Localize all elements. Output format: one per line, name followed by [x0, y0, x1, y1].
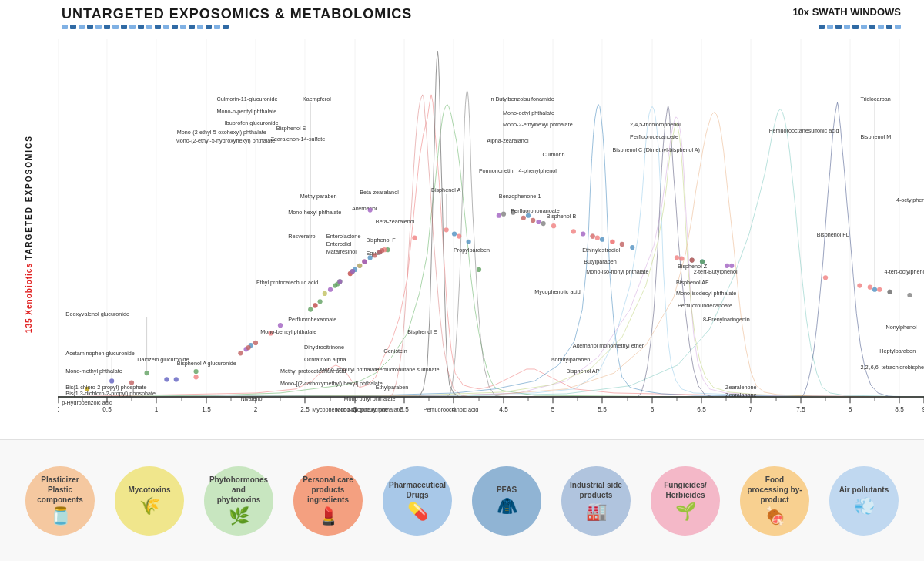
- phytohormones-icon: 🌿: [229, 506, 249, 526]
- left-labels: TARGETED EXPOSOMICS 135 Xenobiotics: [0, 29, 58, 439]
- plasticizer-icon: 🫙: [50, 506, 71, 526]
- legend-item-air: Air pollutants 💨: [824, 466, 905, 536]
- legend-item-plasticizer: PlasticizerPlastic components 🫙: [20, 466, 101, 536]
- legend-item-pharma: Pharmaceutical Drugs 💊: [377, 466, 458, 536]
- legend-circle-food: Food processing by-product 🍖: [740, 466, 809, 536]
- legend-circle-fungicides: Fungicides/ Herbicides 🌱: [651, 466, 720, 536]
- blue-dots-row: [0, 22, 924, 29]
- targeted-label: TARGETED EXPOSOMICS: [25, 135, 33, 260]
- mycotoxins-icon: 🌾: [139, 496, 160, 516]
- legend-circle-pharma: Pharmaceutical Drugs 💊: [383, 466, 452, 536]
- legend-item-industrial: Industrial side products 🏭: [556, 466, 637, 536]
- chromatogram-svg-overlay: [58, 29, 924, 439]
- food-icon: 🍖: [765, 506, 785, 526]
- pfas-icon: 🧥: [497, 496, 517, 516]
- legend-circle-industrial: Industrial side products 🏭: [561, 466, 631, 536]
- legend-circle-mycotoxins: Mycotoxins 🌾: [115, 466, 184, 536]
- swath-label: 10x SWATH WINDOWS: [792, 6, 901, 18]
- fungicides-icon: 🌱: [675, 502, 696, 522]
- main-title: UNTARGETED EXPOSOMICS & METABOLOMICS: [62, 6, 412, 22]
- legend-item-personal-care: Personal care products ingredients 💄: [288, 466, 369, 536]
- legend-item-mycotoxins: Mycotoxins 🌾: [109, 466, 190, 536]
- chromatogram-area: Acetaminophen glucuronide Mono-methyl ph…: [58, 29, 924, 439]
- legend-circle-pfas: PFAS 🧥: [472, 466, 541, 536]
- industrial-icon: 🏭: [586, 502, 607, 522]
- title-row: UNTARGETED EXPOSOMICS & METABOLOMICS 10x…: [0, 0, 924, 22]
- main-container: UNTARGETED EXPOSOMICS & METABOLOMICS 10x…: [0, 0, 924, 561]
- legend-circle-plasticizer: PlasticizerPlastic components 🫙: [25, 466, 95, 536]
- legend-circle-phytohormones: Phytohormones and phytotoxins 🌿: [204, 466, 273, 536]
- legend-item-fungicides: Fungicides/ Herbicides 🌱: [645, 466, 726, 536]
- legend-circle-personal-care: Personal care products ingredients 💄: [293, 466, 363, 536]
- chart-section: TARGETED EXPOSOMICS 135 Xenobiotics: [0, 29, 924, 439]
- air-icon: 💨: [854, 496, 875, 516]
- xenobiotics-label: 135 Xenobiotics: [25, 263, 33, 333]
- legend-item-pfas: PFAS 🧥: [467, 466, 547, 536]
- legend-circle-air: Air pollutants 💨: [829, 466, 899, 536]
- pharma-icon: 💊: [407, 502, 428, 522]
- legend-area: PlasticizerPlastic components 🫙 Mycotoxi…: [0, 439, 924, 561]
- legend-item-phytohormones: Phytohormones and phytotoxins 🌿: [199, 466, 280, 536]
- legend-item-food: Food processing by-product 🍖: [735, 466, 815, 536]
- personal-care-icon: 💄: [318, 506, 339, 526]
